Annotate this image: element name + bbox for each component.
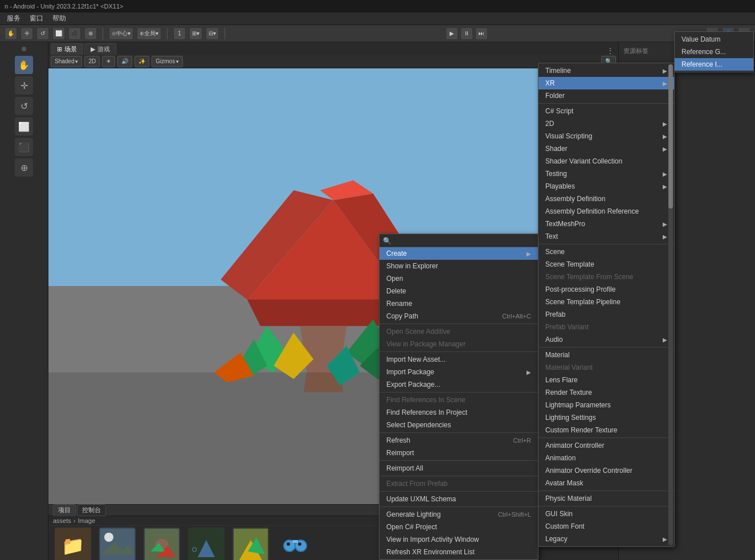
menu-text[interactable]: Text ▶ [538,230,674,243]
step-btn[interactable]: ⏭ [475,27,488,40]
tab-scene[interactable]: ⊞ 场景 [51,43,83,55]
menu-animation[interactable]: Animation [538,452,674,464]
menu-csharp-script[interactable]: C# Script [538,105,674,117]
menu-physic-material[interactable]: Physic Material [538,492,674,505]
rect-tool-btn[interactable]: ⬛ [68,27,81,40]
menu-testing[interactable]: Testing ▶ [538,167,674,180]
menu-prefab[interactable]: Prefab [538,308,674,321]
rotate-tool-btn[interactable]: ↺ [36,27,49,40]
asset-item-script[interactable]: ReferenceImage... [275,528,315,560]
menu-lighting-settings[interactable]: Lighting Settings [538,411,674,424]
menu-2d[interactable]: 2D ▶ [538,117,674,130]
menu-animator-controller[interactable]: Animator Controller [538,439,674,452]
menu-render-texture[interactable]: Render Texture [538,386,674,399]
lighting-btn[interactable]: ☀ [102,56,115,67]
menu-delete[interactable]: Delete [379,285,538,297]
rect-icon[interactable]: ⬛ [15,138,33,156]
asset-item-img3[interactable]: leoyang_A_beau... [231,528,271,560]
tab-game[interactable]: ▶ 游戏 [84,43,116,55]
pivot-btn[interactable]: ⊙中心▾ [109,27,133,40]
menu-reference-i[interactable]: Reference I... [675,58,753,71]
breadcrumb-image[interactable]: Image [77,517,95,524]
layer-btn[interactable]: 1 [173,27,186,40]
menu-open[interactable]: Open [379,272,538,285]
custom-icon[interactable]: ⊕ [15,158,33,177]
asset-item-folder[interactable]: 📁 Low-Poly Style... [53,528,93,560]
menu-scene-template-pipeline[interactable]: Scene Template Pipeline [538,296,674,308]
menu-select-deps[interactable]: Select Dependencies [379,419,538,431]
project-tab[interactable]: 项目 [53,504,76,516]
rotate-icon[interactable]: ↺ [15,97,33,115]
menu-reimport-all[interactable]: Reimport All [379,462,538,475]
menu-lens-flare[interactable]: Lens Flare [538,374,674,386]
menu-service[interactable]: 服务 [2,13,25,24]
menu-rename[interactable]: Rename [379,297,538,310]
menu-import-new-asset[interactable]: Import New Asset... [379,353,538,366]
menu-lightmap-params[interactable]: Lightmap Parameters [538,399,674,411]
panel-menu-btn[interactable]: ⋮ [605,47,616,55]
menu-post-processing[interactable]: Post-processing Profile [538,283,674,296]
menu-xr[interactable]: XR ▶ [538,77,674,89]
menu-shader[interactable]: Shader ▶ [538,142,674,155]
menu-update-uxml[interactable]: Update UXML Schema [379,493,538,505]
menu-avatar-mask[interactable]: Avatar Mask [538,477,674,489]
menu-assembly-def-ref[interactable]: Assembly Definition Reference [538,205,674,218]
asset-item-img1[interactable]: 2c483251f10fa0... [97,528,137,560]
menu-view-import-activity[interactable]: View in Import Activity Window [379,533,538,546]
menu-generate-lighting[interactable]: Generate Lighting Ctrl+Shift+L [379,508,538,521]
snap-btn[interactable]: ⊟▾ [206,27,219,40]
menu-refresh-xr[interactable]: Refresh XR Environment List [379,546,538,558]
menu-find-refs-project[interactable]: Find References In Project [379,406,538,419]
menu-scene[interactable]: Scene [538,246,674,258]
scale-tool-btn[interactable]: ⬜ [52,27,65,40]
move-tool-btn[interactable]: ✛ [21,27,33,40]
hand-tool-btn[interactable]: ✋ [5,27,17,40]
move-icon[interactable]: ✛ [15,76,33,95]
menu-reimport[interactable]: Reimport [379,447,538,459]
menu-open-csharp[interactable]: Open C# Project [379,521,538,533]
menu-value-datum[interactable]: Value Datum [675,33,753,46]
scale-icon[interactable]: ⬜ [15,117,33,136]
menu-folder[interactable]: Folder [538,89,674,102]
play-btn[interactable]: ▶ [446,27,458,40]
menu-window[interactable]: 窗口 [25,13,48,24]
menu-visual-scripting[interactable]: Visual Scripting ▶ [538,130,674,142]
pause-btn[interactable]: ⏸ [460,27,473,40]
fx-btn[interactable]: ✨ [134,56,149,67]
menu-textmeshpro[interactable]: TextMeshPro ▶ [538,218,674,230]
gizmos-btn[interactable]: Gizmos [152,56,183,67]
menu-export-package[interactable]: Export Package... [379,378,538,391]
mode-2d-btn[interactable]: 2D [84,56,100,67]
asset-item-img2[interactable]: 328401277_Cute... [142,528,182,560]
menu-timeline[interactable]: Timeline ▶ [538,64,674,77]
console-tab[interactable]: 控制台 [77,504,106,516]
menu-gui-skin[interactable]: GUI Skin [538,508,674,520]
menu-audio[interactable]: Audio ▶ [538,333,674,346]
layout-btn[interactable]: ⊞▾ [189,27,202,40]
audio-btn[interactable]: 🔊 [117,56,132,67]
menu-assembly-def[interactable]: Assembly Definition [538,193,674,205]
asset-item-prefab[interactable]: ⬡ GameObject [186,528,226,560]
menu-scene-template[interactable]: Scene Template [538,258,674,271]
coord-btn[interactable]: ⊕全局▾ [137,27,161,40]
menu-material[interactable]: Material [538,349,674,361]
menu-refresh[interactable]: Refresh Ctrl+R [379,434,538,447]
menu-import-package[interactable]: Import Package ▶ [379,366,538,378]
menu-custom-font[interactable]: Custom Font [538,520,674,533]
menu-show-explorer[interactable]: Show in Explorer [379,260,538,272]
menu-playables[interactable]: Playables ▶ [538,180,674,193]
menu-custom-render-texture[interactable]: Custom Render Texture [538,424,674,436]
transform-tool-btn[interactable]: ⊕ [84,27,97,40]
menu-animator-override[interactable]: Animator Override Controller [538,464,674,477]
hand-icon[interactable]: ✋ [15,56,33,74]
shading-btn[interactable]: Shaded [51,56,82,67]
menu-help[interactable]: 帮助 [48,13,71,24]
menu-legacy[interactable]: Legacy ▶ [538,533,674,545]
breadcrumb-assets[interactable]: assets [53,517,71,524]
menu-reference-g[interactable]: Reference G... [675,46,753,58]
sub-menu-scrollbar[interactable] [668,64,673,545]
menu-create[interactable]: Create ▶ [379,247,538,260]
menu-shader-variant[interactable]: Shader Variant Collection [538,155,674,167]
menu-search-input[interactable] [394,238,534,244]
menu-copy-path[interactable]: Copy Path Ctrl+Alt+C [379,310,538,322]
